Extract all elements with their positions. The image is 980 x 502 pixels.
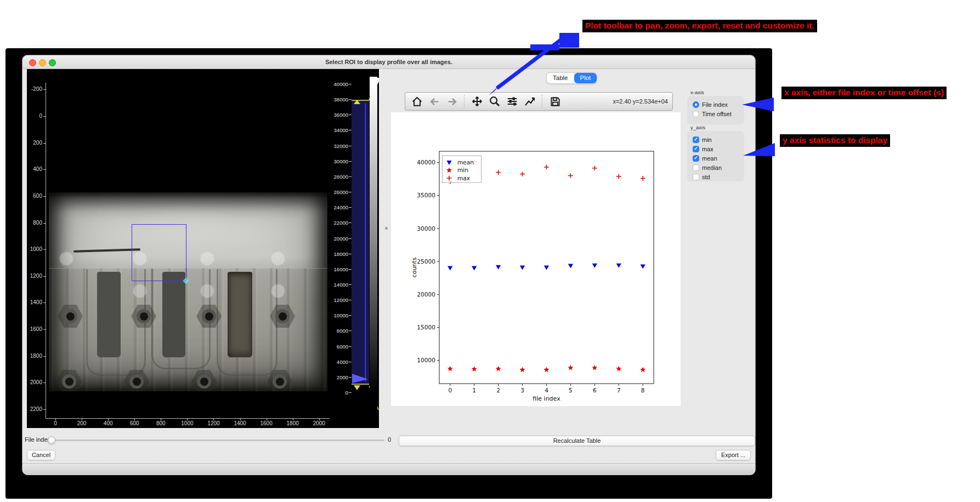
legend-label-mean: mean: [457, 159, 474, 166]
colorbar-tick: [349, 161, 352, 162]
checkbox-mean[interactable]: ✓mean: [693, 154, 744, 162]
marker-max: [592, 166, 597, 170]
histogram-area: [352, 100, 369, 384]
pan-icon[interactable]: [470, 94, 484, 109]
solder-pad: [201, 252, 214, 265]
tab-plot[interactable]: Plot: [574, 73, 597, 83]
save-icon[interactable]: [548, 94, 562, 109]
roi-rectangle[interactable]: [132, 224, 186, 281]
export-button[interactable]: Export ...: [716, 450, 751, 460]
image-viewer-panel[interactable]: -200020040060080010001200140016001800200…: [27, 69, 379, 428]
radio-file-index[interactable]: File index: [693, 100, 744, 109]
plot-y-tick-label: 30000: [417, 225, 435, 232]
image-y-tick: [43, 276, 46, 277]
checkbox-indicator[interactable]: [693, 164, 699, 171]
checkbox-max[interactable]: ✓max: [693, 145, 744, 153]
image-x-tick-label: 1400: [231, 420, 249, 426]
image-y-tick-label: 1000: [27, 246, 42, 252]
colorbar-tick-label: 28000: [323, 174, 348, 180]
slider-track[interactable]: [48, 440, 384, 441]
marker-max: [616, 174, 621, 179]
plot-toolbar: x=2.40 y=2.534e+04: [405, 92, 673, 111]
image-x-tick: [240, 418, 241, 420]
marker-max: [641, 176, 645, 181]
image-y-tick-label: 1600: [27, 326, 42, 332]
radio-indicator[interactable]: [693, 111, 699, 117]
colorbar-tick: [349, 99, 352, 100]
cancel-button[interactable]: Cancel: [27, 450, 55, 460]
dark-component-bar: [97, 272, 121, 357]
image-y-tick: [43, 249, 46, 250]
plot-x-tick-label: 4: [545, 387, 548, 393]
plot-canvas[interactable]: 1000015000200002500030000350004000001234…: [391, 112, 681, 406]
file-index-slider[interactable]: [48, 436, 384, 444]
marker-min: [640, 367, 645, 372]
plot-x-tick-label: 5: [569, 387, 573, 393]
slider-thumb[interactable]: [48, 436, 55, 444]
marker-min: [616, 366, 621, 371]
solder-pad: [271, 252, 285, 265]
legend-label-max: max: [457, 175, 470, 181]
x-axis-group-label: x-axis: [690, 89, 704, 95]
option-label: mean: [702, 155, 717, 162]
plot-x-tick-label: 8: [641, 387, 645, 393]
colorbar-tick: [349, 300, 352, 300]
colorbar-min-handle[interactable]: [354, 385, 360, 390]
colorbar-tick: [349, 330, 352, 331]
colorbar-tick: [349, 238, 352, 239]
option-label: max: [702, 146, 713, 152]
checkbox-median[interactable]: median: [693, 163, 744, 172]
image-x-tick-label: 1800: [284, 420, 302, 426]
colorbar-tick-label: 22000: [323, 220, 348, 226]
zoom-rect-icon[interactable]: [488, 94, 502, 109]
window-footer: [22, 463, 755, 475]
checkbox-min[interactable]: ✓min: [693, 135, 744, 144]
marker-mean: [520, 265, 525, 270]
dark-component-bar: [162, 272, 185, 357]
colorbar-tick-label: 30000: [323, 158, 348, 164]
marker-min: [592, 365, 597, 370]
splitter-handle[interactable]: [385, 227, 388, 230]
checkbox-std[interactable]: std: [693, 173, 744, 181]
home-icon[interactable]: [410, 94, 424, 109]
plot-y-tick-label: 20000: [417, 291, 435, 298]
colorbar-tick: [349, 254, 352, 254]
colorbar-tick-label: 32000: [323, 143, 348, 149]
colorbar-tick-label: 18000: [323, 251, 348, 257]
colorbar-tick: [349, 84, 352, 84]
marker-mean: [616, 264, 621, 268]
customize-plot-icon[interactable]: [523, 94, 537, 109]
colorbar-tick: [349, 362, 352, 362]
tab-table[interactable]: Table: [547, 73, 574, 83]
image-x-tick-label: 2000: [310, 420, 328, 426]
image-y-tick: [43, 356, 46, 357]
image-x-tick: [187, 418, 188, 420]
colorbar-max-handle[interactable]: [354, 100, 360, 104]
recalculate-table-button[interactable]: Recalculate Table: [399, 436, 755, 446]
image-y-tick-label: 200: [27, 140, 42, 146]
cursor-position-status: x=2.40 y=2.534e+04: [613, 98, 668, 105]
checkbox-indicator[interactable]: ✓: [693, 155, 699, 162]
image-y-tick: [43, 143, 46, 144]
xray-image[interactable]: [49, 192, 327, 391]
colorbar-tick: [349, 176, 352, 177]
radio-indicator[interactable]: [693, 101, 699, 108]
colorbar-gradient[interactable]: [370, 77, 377, 418]
checkbox-indicator[interactable]: ✓: [693, 136, 699, 143]
colorbar-tick-label: 4000: [323, 359, 348, 365]
back-icon[interactable]: [427, 94, 441, 109]
plot-y-tick-label: 15000: [417, 324, 435, 330]
radio-time-offset[interactable]: Time offset: [693, 110, 744, 118]
plot-x-tick-label: 2: [496, 387, 500, 393]
image-y-tick-label: 400: [27, 166, 42, 172]
subplots-icon[interactable]: [505, 94, 519, 109]
image-x-tick-label: 0: [47, 420, 64, 426]
forward-icon[interactable]: [445, 94, 459, 109]
marker-mean: [568, 264, 573, 268]
file-index-value: 0: [388, 436, 391, 443]
checkbox-indicator[interactable]: [693, 174, 699, 180]
image-x-tick: [55, 418, 56, 420]
checkbox-indicator[interactable]: ✓: [693, 146, 699, 152]
colorbar-tick: [349, 377, 352, 378]
profile-plot[interactable]: 1000015000200002500030000350004000001234…: [391, 112, 681, 406]
